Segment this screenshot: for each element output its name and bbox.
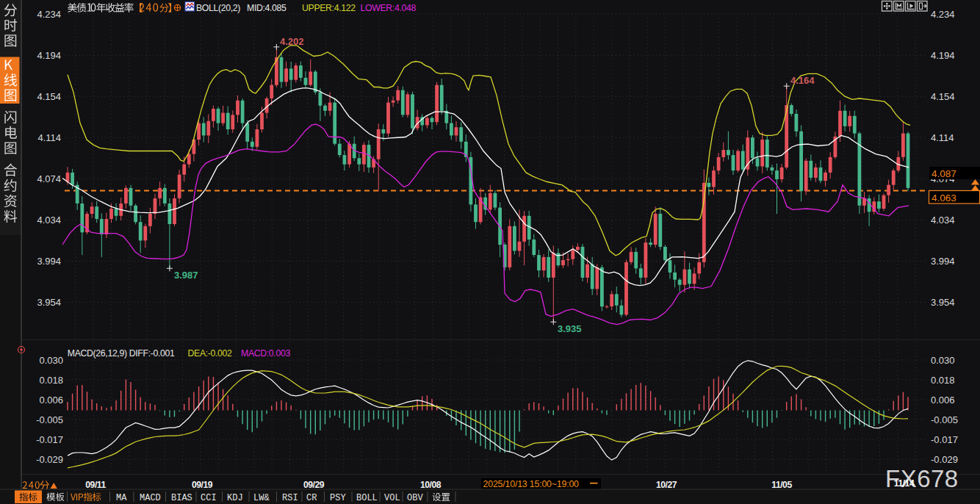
svg-text:PSY: PSY bbox=[330, 493, 346, 503]
svg-text:10/27: 10/27 bbox=[656, 480, 677, 490]
svg-text:4.087: 4.087 bbox=[932, 168, 956, 179]
svg-text:09/29: 09/29 bbox=[303, 480, 325, 490]
svg-text:VOL: VOL bbox=[384, 493, 400, 503]
svg-text:-0.017: -0.017 bbox=[931, 434, 958, 445]
svg-text:LW&: LW& bbox=[253, 493, 270, 503]
svg-text:09/11: 09/11 bbox=[85, 480, 106, 490]
svg-text:4.034: 4.034 bbox=[37, 215, 61, 226]
svg-text:3.994: 3.994 bbox=[37, 256, 61, 267]
svg-text:4.154: 4.154 bbox=[931, 91, 955, 102]
svg-text:4.194: 4.194 bbox=[931, 50, 955, 61]
svg-text:KDJ: KDJ bbox=[227, 493, 243, 503]
svg-text:MA: MA bbox=[116, 493, 127, 503]
svg-text:3.935: 3.935 bbox=[558, 323, 582, 334]
svg-text:3.954: 3.954 bbox=[37, 297, 61, 308]
svg-text:09/19: 09/19 bbox=[192, 480, 213, 490]
svg-text:LOWER:4.048: LOWER:4.048 bbox=[361, 3, 417, 13]
svg-text:MACD:0.003: MACD:0.003 bbox=[241, 348, 290, 359]
svg-text:4.234: 4.234 bbox=[931, 9, 955, 20]
svg-text:CCI: CCI bbox=[201, 493, 217, 503]
svg-text:4.154: 4.154 bbox=[37, 91, 61, 102]
svg-text:11/14: 11/14 bbox=[894, 478, 915, 489]
svg-text:0.018: 0.018 bbox=[39, 375, 63, 386]
svg-text:10/08: 10/08 bbox=[420, 480, 442, 490]
svg-text:3.954: 3.954 bbox=[931, 297, 955, 308]
svg-text:-0.005: -0.005 bbox=[931, 414, 958, 425]
svg-text:OBV: OBV bbox=[407, 493, 423, 503]
svg-text:-0.029: -0.029 bbox=[36, 454, 63, 465]
svg-text:RSI: RSI bbox=[282, 493, 298, 503]
svg-text:CR: CR bbox=[306, 493, 317, 503]
svg-text:3.994: 3.994 bbox=[931, 256, 955, 267]
svg-text:4.234: 4.234 bbox=[37, 9, 61, 20]
svg-text:DEA:-0.002: DEA:-0.002 bbox=[188, 348, 233, 359]
svg-text:4.114: 4.114 bbox=[931, 132, 954, 143]
svg-text:11/05: 11/05 bbox=[771, 480, 792, 490]
svg-text:-0.017: -0.017 bbox=[36, 434, 63, 445]
svg-text:0.030: 0.030 bbox=[39, 355, 63, 366]
svg-text:MACD: MACD bbox=[140, 493, 161, 503]
svg-text:-0.005: -0.005 bbox=[36, 414, 63, 425]
svg-text:4.074: 4.074 bbox=[37, 173, 61, 184]
svg-text:2025/10/13 15:00~19:00: 2025/10/13 15:00~19:00 bbox=[483, 479, 580, 489]
svg-text:4.164: 4.164 bbox=[790, 75, 815, 86]
svg-text:-0.029: -0.029 bbox=[931, 454, 958, 465]
svg-text:0.030: 0.030 bbox=[931, 355, 955, 366]
svg-text:0.006: 0.006 bbox=[39, 395, 63, 406]
svg-text:4.194: 4.194 bbox=[37, 50, 61, 61]
svg-text:BOLL: BOLL bbox=[356, 493, 378, 503]
svg-text:UPPER:4.122: UPPER:4.122 bbox=[302, 3, 356, 13]
svg-text:BIAS: BIAS bbox=[171, 493, 192, 503]
svg-text:4.063: 4.063 bbox=[932, 192, 956, 204]
svg-text:0.006: 0.006 bbox=[931, 395, 955, 406]
svg-text:MACD(26,12,9) DIFF:-0.001: MACD(26,12,9) DIFF:-0.001 bbox=[68, 348, 175, 359]
svg-text:0.018: 0.018 bbox=[931, 375, 955, 386]
svg-text:BOLL(20,2): BOLL(20,2) bbox=[196, 3, 240, 13]
svg-text:3.987: 3.987 bbox=[174, 270, 198, 281]
svg-text:MID:4.085: MID:4.085 bbox=[247, 3, 287, 13]
svg-text:4.202: 4.202 bbox=[280, 36, 304, 47]
svg-text:4.114: 4.114 bbox=[37, 132, 61, 143]
svg-text:4.034: 4.034 bbox=[931, 215, 955, 226]
